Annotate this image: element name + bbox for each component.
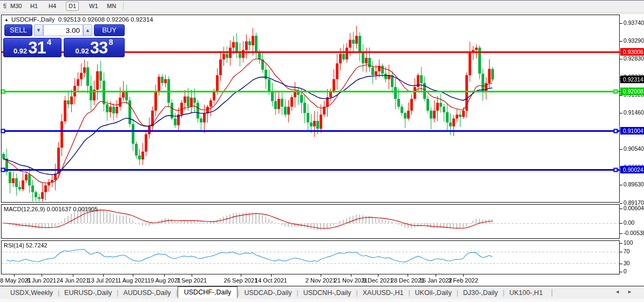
tab-scroll-arrows[interactable]: ◄► [615, 289, 640, 294]
price-line-badge: 0.93006 [620, 48, 644, 56]
date-tick-label: 13 Jul 2021 [88, 277, 119, 284]
rsi-indicator-label: RSI(14) 52.7242 [4, 242, 48, 249]
tab-xauusd-h1[interactable]: XAUUSD-,H1 [358, 288, 409, 298]
timeframe-button-d1[interactable]: D1 [66, 2, 79, 11]
tab-eurusd-daily[interactable]: EURUSD-,Daily [59, 288, 117, 298]
sell-button[interactable]: SELL [4, 24, 32, 36]
chart-ohlc-values: 0.92513 0.92608 0.92206 0.92314 [58, 16, 153, 23]
tab-usdcnh-daily[interactable]: USDCNH-,Daily [299, 288, 356, 298]
date-tick-label: 2 Nov 2021 [306, 277, 336, 284]
date-tick-label: 9 Dec 2021 [363, 277, 393, 284]
timeframe-button-h1[interactable]: H1 [28, 2, 40, 11]
tab-uk100-h1[interactable]: UK100-,H1 [505, 288, 548, 298]
price-tick-label: 0 [623, 268, 627, 274]
tab-usdx-weekly[interactable]: USDX,Weekly [5, 288, 58, 298]
price-tick-label: 0.93290 [623, 37, 644, 44]
date-tick-label: 16 Jan 2022 [419, 277, 452, 284]
buy-price-panel[interactable]: 0.92338 [64, 38, 125, 57]
timeframe-button-h4[interactable]: H4 [46, 2, 58, 11]
price-line-badge: 0.92008 [620, 88, 644, 95]
price-line-badge: 0.91004 [620, 127, 644, 135]
chart-tab-bar: USDX,Weekly|EURUSD-,Daily|AUDUSD-,Daily|… [0, 286, 644, 299]
price-line-badge: 0.92314 [620, 76, 644, 83]
date-tick-label: 24 Jun 2021 [57, 277, 90, 284]
rsi-value: 52.7242 [26, 242, 48, 249]
toolbar-divider [123, 2, 124, 10]
price-tick-label: 0.00 [623, 219, 634, 226]
macd-values: 0.001637 0.001905 [46, 206, 98, 212]
tab-audusd-daily[interactable]: AUDUSD-,Daily [118, 288, 175, 298]
price-tick-label: 30 [623, 260, 630, 266]
volume-decrease-button[interactable]: ▼ [34, 24, 43, 36]
volume-input[interactable] [43, 24, 83, 36]
date-tick-label: 26 Sep 2021 [224, 277, 257, 284]
date-tick-label: 3 Feb 2022 [448, 277, 478, 284]
price-tick-label: 0.90540 [623, 145, 644, 152]
price-tick-label: 100 [623, 239, 633, 246]
buy-button[interactable]: BUY [94, 24, 125, 36]
date-tick-label: 1 Aug 2021 [118, 277, 148, 284]
price-tick-label: 0.89630 [623, 181, 644, 187]
price-tick-label: 70 [623, 248, 630, 254]
buy-price-point: 8 [109, 39, 113, 45]
chart-title: ▲USDCHF-,Daily 0.92513 0.92608 0.92206 0… [4, 16, 153, 23]
price-tick-label: 0.91460 [623, 109, 644, 116]
price-tick-label: -0.005383 [623, 230, 644, 236]
buy-price-pips: 33 [90, 41, 107, 56]
tab-dj30-daily[interactable]: DJ30-,Daily [458, 288, 503, 298]
tab-usdchf-daily[interactable]: USDCHF-,Daily [178, 286, 238, 298]
one-click-trading-widget: SELL ▼ ▲ BUY 0.92314 0.92338 [3, 24, 125, 57]
price-line-badge: 0.90024 [620, 166, 644, 173]
chart-symbol-label: USDCHF-,Daily [11, 16, 55, 23]
sell-price-panel[interactable]: 0.92314 [3, 38, 62, 57]
volume-increase-button[interactable]: ▲ [83, 24, 92, 36]
tab-ukoil-daily[interactable]: UKOil-,Daily [410, 288, 457, 298]
sell-price-point: 4 [47, 39, 51, 45]
sell-price-prefix: 0.92 [13, 46, 27, 56]
date-tick-label: 6 Jun 2021 [27, 277, 56, 284]
tab-end-divider [552, 289, 552, 297]
macd-indicator-label: MACD(12,26,9) 0.001637 0.001905 [4, 206, 98, 212]
timeframe-button-5[interactable]: 5 [1, 2, 9, 11]
timeframe-button-mn[interactable]: MN [105, 2, 118, 11]
price-tick-label: 0.006045 [623, 205, 644, 211]
date-tick-label: 14 Oct 2021 [255, 277, 287, 284]
timeframe-button-w1[interactable]: W1 [87, 2, 100, 11]
buy-price-prefix: 0.92 [75, 46, 89, 56]
timeframe-toolbar: 5M30H1H4D1W1MN [0, 1, 644, 13]
timeframe-button-m30[interactable]: M30 [8, 2, 24, 11]
tab-usdcad-daily[interactable]: USDCAD-,Daily [239, 288, 296, 298]
date-tick-label: 19 Aug 2021 [147, 277, 181, 284]
toolbar-divider [6, 2, 6, 10]
date-tick-label: 7 Sep 2021 [177, 277, 207, 284]
collapse-triangle-icon[interactable]: ▲ [4, 17, 9, 22]
sell-price-pips: 31 [28, 41, 45, 56]
price-tick-label: 0.93740 [623, 19, 644, 26]
bottom-strip [0, 299, 644, 302]
price-tick-label: 0.92830 [623, 55, 644, 62]
